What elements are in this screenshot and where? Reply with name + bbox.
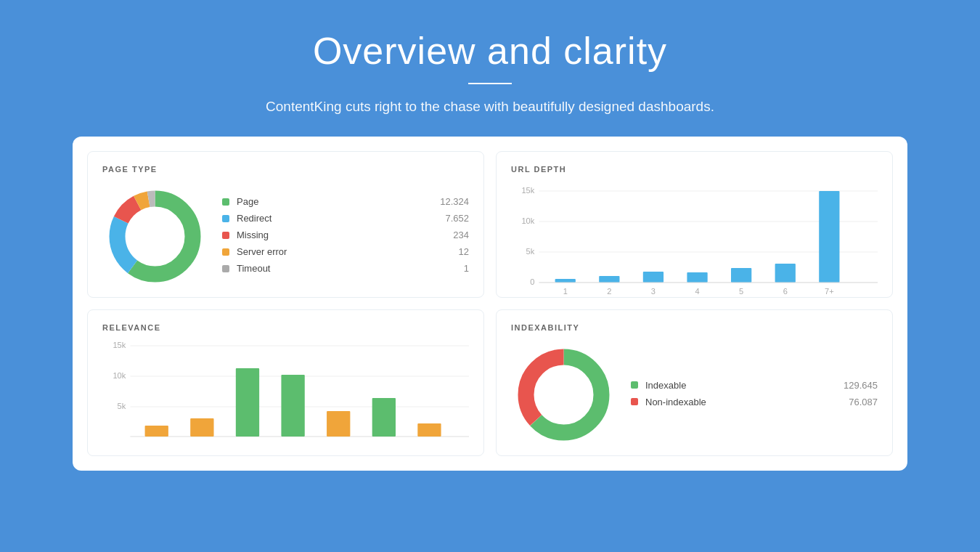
legend-label-server-error: Server error [237,246,459,257]
svg-rect-38 [236,368,259,437]
svg-text:2: 2 [607,287,611,296]
legend-value-page: 12.324 [440,196,469,207]
legend-value-server-error: 12 [459,246,469,257]
svg-text:3: 3 [651,287,656,296]
svg-rect-22 [731,268,751,283]
hero-divider [468,83,512,84]
page-type-card: PAGE TYPE Page 12.324 [87,151,484,298]
svg-rect-24 [775,264,796,283]
page-type-content: Page 12.324 Redirect 7.652 Missing 234 S… [102,184,469,292]
legend-label-redirect: Redirect [237,213,445,224]
svg-text:6: 6 [783,287,788,296]
legend-dot-redirect [222,215,229,222]
legend-label-non-indexable: Non-indexable [645,397,849,407]
svg-text:5: 5 [739,287,743,296]
svg-text:5k: 5k [526,247,535,256]
svg-rect-36 [145,426,168,437]
legend-item-timeout: Timeout 1 [222,263,469,274]
legend-item-indexable: Indexable 129.645 [631,380,878,391]
indexability-legend: Indexable 129.645 Non-indexable 76.087 [631,380,878,413]
svg-text:7+: 7+ [825,287,834,296]
legend-dot-timeout [222,265,229,272]
svg-rect-26 [819,191,839,283]
legend-dot-indexable [631,381,638,389]
page-type-title: PAGE TYPE [102,165,469,174]
legend-label-missing: Missing [237,230,453,240]
indexability-content: Indexable 129.645 Non-indexable 76.087 [511,342,878,450]
legend-value-indexable: 129.645 [844,380,878,391]
svg-rect-41 [372,398,396,437]
svg-text:5k: 5k [118,402,126,410]
svg-rect-16 [599,276,619,283]
indexability-title: INDEXABILITY [511,323,878,332]
legend-dot-page [222,198,229,206]
legend-value-redirect: 7.652 [445,213,469,224]
svg-text:15k: 15k [521,186,534,195]
svg-rect-40 [327,411,350,437]
url-depth-chart: 15k 10k 5k 0 1 2 3 4 5 [511,184,878,298]
legend-item-missing: Missing 234 [222,230,469,240]
page-type-donut [102,184,208,292]
svg-point-45 [536,368,592,423]
svg-rect-42 [417,423,441,437]
svg-text:10k: 10k [521,216,534,225]
relevance-chart: 15k 10k 5k [102,342,469,456]
svg-rect-39 [281,375,304,437]
legend-dot-non-indexable [631,398,638,405]
indexability-card: INDEXABILITY Indexable 129.645 No [496,309,893,456]
svg-text:1: 1 [563,287,568,296]
legend-item-redirect: Redirect 7.652 [222,213,469,224]
svg-text:10k: 10k [113,371,126,380]
legend-label-indexable: Indexable [645,380,844,391]
legend-value-timeout: 1 [464,263,469,274]
svg-rect-14 [555,279,576,283]
url-depth-title: URL DEPTH [511,165,878,174]
dashboard: PAGE TYPE Page 12.324 [73,137,907,471]
hero-section: Overview and clarity ContentKing cuts ri… [0,0,980,137]
relevance-title: RELEVANCE [102,323,469,332]
legend-item-page: Page 12.324 [222,196,469,207]
legend-dot-server-error [222,248,229,256]
legend-label-timeout: Timeout [237,263,464,274]
legend-label-page: Page [237,196,440,207]
legend-dot-missing [222,232,229,239]
hero-subtitle: ContentKing cuts right to the chase with… [0,99,980,115]
svg-point-5 [128,209,183,264]
relevance-card: RELEVANCE 15k 10k 5k [87,309,484,456]
hero-title: Overview and clarity [0,29,980,73]
svg-text:15k: 15k [113,342,126,349]
legend-value-non-indexable: 76.087 [849,397,878,407]
legend-item-server-error: Server error 12 [222,246,469,257]
svg-rect-37 [190,418,213,437]
indexability-donut [511,342,616,450]
url-depth-card: URL DEPTH 15k 10k 5k 0 1 2 [496,151,893,298]
svg-text:0: 0 [530,277,534,286]
legend-item-non-indexable: Non-indexable 76.087 [631,397,878,407]
svg-rect-18 [643,272,663,283]
page-type-legend: Page 12.324 Redirect 7.652 Missing 234 S… [222,196,469,280]
svg-rect-20 [687,272,707,283]
legend-value-missing: 234 [453,230,469,240]
svg-text:4: 4 [695,287,699,296]
